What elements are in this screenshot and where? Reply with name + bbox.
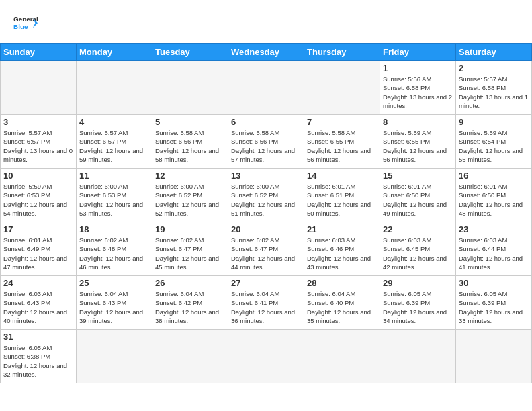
calendar-day-cell <box>1 61 77 115</box>
calendar-day-cell: 1Sunrise: 5:56 AMSunset: 6:58 PMDaylight… <box>380 61 456 115</box>
day-of-week-header: Monday <box>77 44 152 61</box>
day-info: Sunrise: 5:59 AMSunset: 6:55 PMDaylight:… <box>383 128 453 164</box>
calendar-day-cell: 31Sunrise: 6:05 AMSunset: 6:38 PMDayligh… <box>1 330 77 383</box>
day-number: 24 <box>3 278 73 288</box>
calendar-day-cell: 20Sunrise: 6:02 AMSunset: 6:47 PMDayligh… <box>228 222 304 276</box>
calendar-day-cell: 18Sunrise: 6:02 AMSunset: 6:48 PMDayligh… <box>77 222 152 276</box>
day-info: Sunrise: 6:01 AMSunset: 6:49 PMDaylight:… <box>3 236 73 271</box>
day-info: Sunrise: 6:04 AMSunset: 6:42 PMDaylight:… <box>155 289 225 325</box>
calendar-day-cell: 24Sunrise: 6:03 AMSunset: 6:43 PMDayligh… <box>1 276 77 330</box>
calendar-day-cell: 28Sunrise: 6:04 AMSunset: 6:40 PMDayligh… <box>304 276 380 330</box>
calendar-day-cell: 25Sunrise: 6:04 AMSunset: 6:43 PMDayligh… <box>77 276 152 330</box>
day-number: 21 <box>307 224 377 234</box>
calendar-day-cell <box>380 330 456 383</box>
calendar-day-cell: 12Sunrise: 6:00 AMSunset: 6:52 PMDayligh… <box>152 169 228 222</box>
calendar-day-cell: 10Sunrise: 5:59 AMSunset: 6:53 PMDayligh… <box>1 169 77 222</box>
day-info: Sunrise: 5:58 AMSunset: 6:55 PMDaylight:… <box>307 128 377 164</box>
day-info: Sunrise: 6:04 AMSunset: 6:40 PMDaylight:… <box>307 289 377 325</box>
day-info: Sunrise: 6:02 AMSunset: 6:47 PMDaylight:… <box>231 236 301 271</box>
calendar-day-cell: 29Sunrise: 6:05 AMSunset: 6:39 PMDayligh… <box>380 276 456 330</box>
day-number: 25 <box>79 278 149 288</box>
day-info: Sunrise: 6:01 AMSunset: 6:50 PMDaylight:… <box>459 182 529 218</box>
day-of-week-header: Thursday <box>304 44 380 61</box>
day-info: Sunrise: 5:59 AMSunset: 6:54 PMDaylight:… <box>459 128 529 164</box>
day-info: Sunrise: 6:02 AMSunset: 6:47 PMDaylight:… <box>155 236 225 271</box>
day-number: 8 <box>383 117 453 127</box>
calendar-day-cell: 21Sunrise: 6:03 AMSunset: 6:46 PMDayligh… <box>304 222 380 276</box>
day-info: Sunrise: 6:01 AMSunset: 6:51 PMDaylight:… <box>307 182 377 218</box>
calendar-week-row: 17Sunrise: 6:01 AMSunset: 6:49 PMDayligh… <box>1 222 532 276</box>
day-of-week-header: Saturday <box>456 44 532 61</box>
generalblue-logo-icon: General Blue <box>13 12 38 36</box>
calendar-day-cell: 11Sunrise: 6:00 AMSunset: 6:53 PMDayligh… <box>77 169 152 222</box>
calendar-day-cell: 6Sunrise: 5:58 AMSunset: 6:56 PMDaylight… <box>228 115 304 169</box>
day-info: Sunrise: 5:57 AMSunset: 6:58 PMDaylight:… <box>459 75 529 110</box>
header: General Blue <box>0 0 532 43</box>
calendar-day-cell: 15Sunrise: 6:01 AMSunset: 6:50 PMDayligh… <box>380 169 456 222</box>
calendar-table: SundayMondayTuesdayWednesdayThursdayFrid… <box>0 43 532 383</box>
calendar-week-row: 10Sunrise: 5:59 AMSunset: 6:53 PMDayligh… <box>1 169 532 222</box>
day-number: 6 <box>231 117 301 127</box>
day-of-week-header: Wednesday <box>228 44 304 61</box>
day-number: 17 <box>3 224 73 234</box>
day-number: 30 <box>459 278 529 288</box>
day-number: 7 <box>307 117 377 127</box>
calendar-day-cell: 8Sunrise: 5:59 AMSunset: 6:55 PMDaylight… <box>380 115 456 169</box>
day-info: Sunrise: 6:05 AMSunset: 6:39 PMDaylight:… <box>383 289 453 325</box>
calendar-day-cell: 13Sunrise: 6:00 AMSunset: 6:52 PMDayligh… <box>228 169 304 222</box>
calendar-day-cell <box>77 330 152 383</box>
day-number: 19 <box>155 224 225 234</box>
day-of-week-header: Tuesday <box>152 44 228 61</box>
day-info: Sunrise: 5:56 AMSunset: 6:58 PMDaylight:… <box>383 75 453 110</box>
calendar-day-cell: 2Sunrise: 5:57 AMSunset: 6:58 PMDaylight… <box>456 61 532 115</box>
day-number: 12 <box>155 171 225 181</box>
calendar-day-cell <box>304 61 380 115</box>
calendar-day-cell: 4Sunrise: 5:57 AMSunset: 6:57 PMDaylight… <box>77 115 152 169</box>
day-number: 3 <box>3 117 73 127</box>
calendar-week-row: 3Sunrise: 5:57 AMSunset: 6:57 PMDaylight… <box>1 115 532 169</box>
day-info: Sunrise: 6:05 AMSunset: 6:39 PMDaylight:… <box>459 289 529 325</box>
calendar-day-cell <box>152 61 228 115</box>
calendar-day-cell: 14Sunrise: 6:01 AMSunset: 6:51 PMDayligh… <box>304 169 380 222</box>
day-number: 5 <box>155 117 225 127</box>
day-number: 29 <box>383 278 453 288</box>
day-number: 13 <box>231 171 301 181</box>
day-number: 18 <box>79 224 149 234</box>
day-number: 9 <box>459 117 529 127</box>
calendar-day-cell <box>228 61 304 115</box>
day-of-week-header: Friday <box>380 44 456 61</box>
day-number: 26 <box>155 278 225 288</box>
day-info: Sunrise: 6:00 AMSunset: 6:52 PMDaylight:… <box>155 182 225 218</box>
day-info: Sunrise: 6:03 AMSunset: 6:43 PMDaylight:… <box>3 289 73 325</box>
calendar-day-cell: 3Sunrise: 5:57 AMSunset: 6:57 PMDaylight… <box>1 115 77 169</box>
day-info: Sunrise: 6:03 AMSunset: 6:46 PMDaylight:… <box>307 236 377 271</box>
day-info: Sunrise: 6:04 AMSunset: 6:43 PMDaylight:… <box>79 289 149 325</box>
calendar-day-cell <box>228 330 304 383</box>
calendar-day-cell <box>152 330 228 383</box>
day-number: 31 <box>3 332 73 342</box>
day-number: 2 <box>459 63 529 73</box>
svg-text:Blue: Blue <box>13 23 28 30</box>
calendar-day-cell <box>304 330 380 383</box>
calendar-day-cell: 7Sunrise: 5:58 AMSunset: 6:55 PMDaylight… <box>304 115 380 169</box>
day-number: 1 <box>383 63 453 73</box>
day-info: Sunrise: 6:03 AMSunset: 6:44 PMDaylight:… <box>459 236 529 271</box>
day-info: Sunrise: 6:04 AMSunset: 6:41 PMDaylight:… <box>231 289 301 325</box>
calendar-header-row: SundayMondayTuesdayWednesdayThursdayFrid… <box>1 44 532 61</box>
calendar-week-row: 31Sunrise: 6:05 AMSunset: 6:38 PMDayligh… <box>1 330 532 383</box>
day-info: Sunrise: 6:01 AMSunset: 6:50 PMDaylight:… <box>383 182 453 218</box>
day-number: 10 <box>3 171 73 181</box>
day-info: Sunrise: 6:00 AMSunset: 6:53 PMDaylight:… <box>79 182 149 218</box>
day-number: 14 <box>307 171 377 181</box>
day-number: 28 <box>307 278 377 288</box>
day-info: Sunrise: 5:59 AMSunset: 6:53 PMDaylight:… <box>3 182 73 218</box>
calendar-day-cell: 16Sunrise: 6:01 AMSunset: 6:50 PMDayligh… <box>456 169 532 222</box>
day-info: Sunrise: 6:03 AMSunset: 6:45 PMDaylight:… <box>383 236 453 271</box>
day-number: 27 <box>231 278 301 288</box>
day-of-week-header: Sunday <box>1 44 77 61</box>
calendar-day-cell: 30Sunrise: 6:05 AMSunset: 6:39 PMDayligh… <box>456 276 532 330</box>
calendar-day-cell: 27Sunrise: 6:04 AMSunset: 6:41 PMDayligh… <box>228 276 304 330</box>
day-number: 11 <box>79 171 149 181</box>
day-number: 20 <box>231 224 301 234</box>
calendar-day-cell: 17Sunrise: 6:01 AMSunset: 6:49 PMDayligh… <box>1 222 77 276</box>
